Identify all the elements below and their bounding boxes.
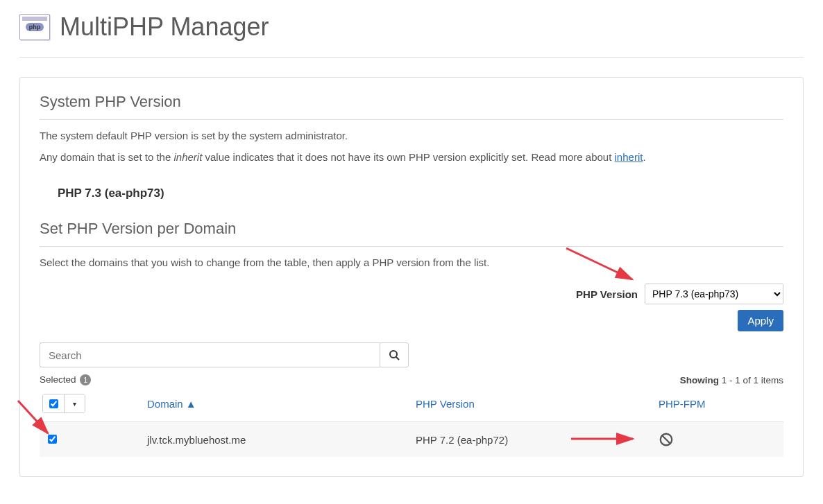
set-php-desc: Select the domains that you wish to chan…	[40, 257, 783, 268]
apply-row: PHP Version PHP 7.3 (ea-php73)	[40, 284, 783, 304]
php-version-select[interactable]: PHP 7.3 (ea-php73)	[645, 284, 783, 304]
domain-header-text: Domain	[147, 398, 183, 410]
col-header-domain[interactable]: Domain ▲	[147, 398, 196, 410]
system-php-desc-1: The system default PHP version is set by…	[40, 130, 783, 141]
text-fragment: value indicates that it does not have it…	[202, 151, 614, 163]
selected-status: Selected 1	[40, 374, 91, 385]
table-header: ▾ Domain ▲ PHP Version PHP-F	[40, 391, 783, 422]
col-header-php-fpm[interactable]: PHP-FPM	[659, 398, 706, 410]
showing-status: Showing 1 - 1 of 1 items	[680, 375, 783, 385]
system-php-desc-2: Any domain that is set to the inherit va…	[40, 151, 783, 163]
select-all-checkbox-cell[interactable]	[43, 394, 64, 412]
row-php-fpm	[659, 432, 783, 447]
search-input[interactable]	[40, 342, 380, 367]
select-all-dropdown[interactable]: ▾	[64, 394, 85, 412]
select-all-group: ▾	[42, 394, 85, 413]
row-domain: jlv.tck.mybluehost.me	[147, 434, 416, 446]
system-php-version: PHP 7.3 (ea-php73)	[58, 186, 783, 200]
row-checkbox[interactable]	[48, 435, 57, 444]
row-php-version: PHP 7.2 (ea-php72)	[416, 434, 659, 446]
select-all-checkbox[interactable]	[49, 399, 58, 408]
apply-button[interactable]: Apply	[738, 310, 783, 331]
svg-line-2	[396, 357, 399, 360]
selected-label: Selected	[40, 374, 76, 385]
ban-icon	[659, 432, 783, 447]
domains-table: ▾ Domain ▲ PHP Version PHP-F	[40, 391, 783, 457]
set-php-heading: Set PHP Version per Domain	[40, 220, 783, 247]
svg-point-1	[390, 351, 397, 358]
search-button[interactable]	[380, 342, 409, 367]
text-fragment: .	[643, 151, 645, 163]
showing-label: Showing	[680, 375, 719, 385]
page-header: php MultiPHP Manager	[19, 0, 804, 58]
inherit-em: inherit	[173, 151, 202, 163]
main-panel: System PHP Version The system default PH…	[19, 77, 804, 477]
page-title: MultiPHP Manager	[60, 12, 269, 42]
inherit-link[interactable]: inherit	[615, 151, 643, 163]
search-icon	[389, 349, 400, 360]
php-version-label: PHP Version	[576, 288, 638, 300]
table-row: jlv.tck.mybluehost.me PHP 7.2 (ea-php72)	[40, 422, 783, 457]
col-header-php-version[interactable]: PHP Version	[416, 398, 475, 410]
showing-text: 1 - 1 of 1 items	[722, 375, 783, 385]
php-badge: php	[26, 23, 44, 31]
text-fragment: Any domain that is set to the	[40, 151, 173, 163]
system-php-heading: System PHP Version	[40, 93, 783, 120]
sort-asc-icon: ▲	[186, 398, 196, 410]
caret-down-icon: ▾	[73, 400, 76, 408]
selected-count-badge: 1	[80, 374, 91, 385]
svg-line-4	[662, 435, 670, 444]
multiphp-icon: php	[19, 14, 50, 40]
